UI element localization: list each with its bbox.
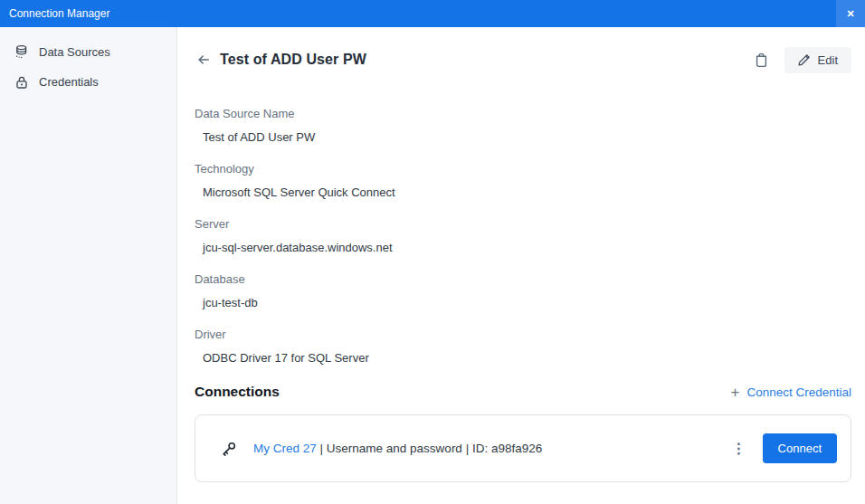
window-title: Connection Manager xyxy=(9,7,109,20)
sidebar-item-data-sources[interactable]: Data Sources xyxy=(0,37,176,67)
edit-button[interactable]: Edit xyxy=(784,47,851,73)
sidebar: Data Sources Credentials xyxy=(0,27,177,504)
sidebar-item-label: Data Sources xyxy=(39,45,110,59)
back-button[interactable] xyxy=(195,51,213,69)
header-actions: Edit xyxy=(752,47,851,73)
sidebar-item-label: Credentials xyxy=(39,75,99,89)
key-icon xyxy=(220,440,238,458)
trash-icon xyxy=(754,52,769,68)
field-technology: Technology Microsoft SQL Server Quick Co… xyxy=(195,162,851,199)
plus-icon: + xyxy=(730,385,739,400)
connections-header: Connections + Connect Credential xyxy=(195,384,851,400)
connect-button[interactable]: Connect xyxy=(763,433,837,463)
field-value: jcu-sql-server.database.windows.net xyxy=(195,241,851,254)
credential-details: | Username and password | ID: a98fa926 xyxy=(320,442,543,455)
connect-credential-link[interactable]: + Connect Credential xyxy=(730,385,851,400)
delete-button[interactable] xyxy=(752,50,771,70)
page-title: Test of ADD User PW xyxy=(220,52,366,68)
field-value: Microsoft SQL Server Quick Connect xyxy=(195,185,851,199)
titlebar: Connection Manager ✕ xyxy=(0,0,865,27)
field-driver: Driver ODBC Driver 17 for SQL Server xyxy=(195,328,851,365)
field-value: jcu-test-db xyxy=(195,296,851,309)
close-icon: ✕ xyxy=(846,8,854,20)
edit-button-label: Edit xyxy=(818,53,838,67)
field-value: ODBC Driver 17 for SQL Server xyxy=(195,351,851,365)
connection-menu-button[interactable]: ⋮ xyxy=(727,438,752,460)
lock-icon xyxy=(14,74,29,90)
connect-credential-label: Connect Credential xyxy=(746,385,851,399)
field-value: Test of ADD User PW xyxy=(195,130,851,144)
credential-name-link[interactable]: My Cred 27 xyxy=(253,442,317,455)
sidebar-item-credentials[interactable]: Credentials xyxy=(0,67,176,97)
connection-card: My Cred 27 | Username and password | ID:… xyxy=(195,414,851,482)
close-button[interactable]: ✕ xyxy=(836,0,865,27)
field-label: Technology xyxy=(195,162,851,176)
field-server: Server jcu-sql-server.database.windows.n… xyxy=(195,217,851,254)
field-data-source-name: Data Source Name Test of ADD User PW xyxy=(195,107,851,144)
main-panel: Test of ADD User PW Edit xyxy=(178,27,865,504)
database-icon xyxy=(14,44,29,60)
pencil-icon xyxy=(798,53,811,66)
detail-fields: Data Source Name Test of ADD User PW Tec… xyxy=(195,107,851,365)
field-label: Driver xyxy=(195,328,851,341)
field-label: Database xyxy=(195,272,851,286)
back-arrow-icon xyxy=(196,52,211,67)
kebab-icon: ⋮ xyxy=(732,441,746,456)
connection-manager-window: Connection Manager ✕ Data Sources xyxy=(0,0,865,504)
page-header: Test of ADD User PW Edit xyxy=(195,45,851,74)
field-label: Server xyxy=(195,217,851,231)
field-database: Database jcu-test-db xyxy=(195,272,851,309)
field-label: Data Source Name xyxy=(195,107,851,120)
connection-summary: My Cred 27 | Username and password | ID:… xyxy=(253,442,727,455)
connections-heading: Connections xyxy=(195,384,280,400)
